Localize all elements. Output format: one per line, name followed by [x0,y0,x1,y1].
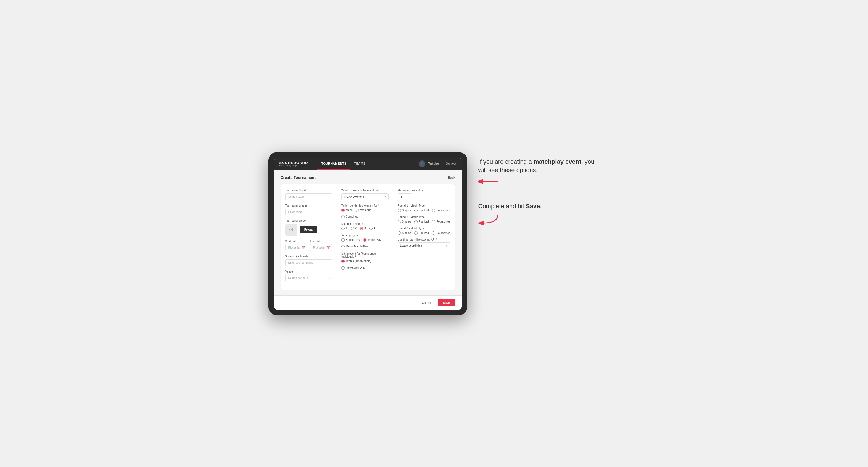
rounds-4-item[interactable]: 4 [369,227,375,230]
gender-mens-radio[interactable] [341,209,345,212]
max-team-size-input[interactable] [398,193,411,200]
scoring-match-item[interactable]: Match Play [363,238,381,242]
sponsor-input[interactable] [285,259,333,266]
division-label: Which division is the event for? [341,189,389,192]
round2-foursomes-item[interactable]: Foursomes [432,220,450,223]
round3-match-type-options: Singles Fourball Foursomes [398,231,451,235]
rounds-group: Number of rounds 1 2 [341,222,389,230]
round1-singles-item[interactable]: Singles [398,209,411,212]
round1-foursomes-item[interactable]: Foursomes [432,209,450,212]
round1-singles-radio[interactable] [398,209,401,212]
round2-fourball-label: Fourball [419,220,429,223]
event-teams-item[interactable]: Teams (+Individuals) [341,259,371,263]
nav-separator: | [442,162,443,165]
tournament-host-label: Tournament Host [285,189,333,192]
event-teams-label: Teams (+Individuals) [346,259,371,262]
scoring-match-radio[interactable] [363,238,367,242]
rounds-4-radio[interactable] [369,227,373,230]
brand-title: SCOREBOARD [279,161,308,165]
nav-tournaments[interactable]: TOURNAMENTS [317,158,350,170]
rounds-2-label: 2 [355,227,357,230]
dates-group: Start date 📅 End date [285,240,333,251]
gender-combined-item[interactable]: Combined [341,215,359,218]
round2-singles-item[interactable]: Singles [398,220,411,223]
round3-singles-item[interactable]: Singles [398,231,411,235]
tournament-logo-label: Tournament logo [285,219,333,222]
rounds-1-radio[interactable] [341,227,345,230]
rounds-3-item[interactable]: 3 [360,227,366,230]
round1-section: Round 1 - Match Type Singles Fourball [398,204,451,212]
tournament-host-input[interactable] [285,193,333,200]
gender-mens-item[interactable]: Mens [341,209,352,212]
rounds-1-item[interactable]: 1 [341,227,347,230]
scoring-medal-item[interactable]: Medal Match Play [341,245,368,248]
gender-womens-item[interactable]: Womens [356,209,371,212]
logo-upload-area: 🖼 Upload [285,224,333,236]
round3-fourball-radio[interactable] [414,231,417,235]
rounds-3-radio[interactable] [360,227,363,230]
save-button[interactable]: Save [438,299,455,306]
cancel-button[interactable]: Cancel [418,299,435,306]
gender-combined-radio[interactable] [341,215,345,218]
form-col-2: Which division is the event for? NCAA Di… [337,185,393,290]
rounds-1-label: 1 [346,227,347,230]
round1-match-type-options: Singles Fourball Foursomes [398,209,451,212]
gender-mens-label: Mens [346,209,352,212]
round1-fourball-radio[interactable] [414,209,417,212]
round3-foursomes-label: Foursomes [436,231,450,235]
event-individuals-radio[interactable] [341,266,345,270]
round1-fourball-item[interactable]: Fourball [414,209,429,212]
event-individuals-label: Individuals Only [346,266,365,269]
annotation-bold-1: matchplay event, [533,158,583,165]
round2-fourball-item[interactable]: Fourball [414,220,429,223]
back-link[interactable]: ‹ Back [446,176,455,179]
venue-input[interactable] [285,275,333,281]
annotation-block-2: Complete and hit Save. [478,202,600,226]
round3-singles-label: Singles [402,231,411,235]
event-teams-radio[interactable] [341,259,345,263]
red-arrow-1 [478,177,500,186]
end-date-group: End date 📅 [310,240,332,251]
api-tag-input[interactable]: Leaderboard King × [398,243,451,249]
round1-foursomes-radio[interactable] [432,209,435,212]
upload-button[interactable]: Upload [300,226,317,233]
round3-foursomes-item[interactable]: Foursomes [432,231,450,235]
end-date-label: End date [310,240,332,243]
round2-match-type-options: Singles Fourball Foursomes [398,220,451,223]
round2-foursomes-radio[interactable] [432,220,435,223]
round3-fourball-item[interactable]: Fourball [414,231,429,235]
venue-select-wrapper [285,275,333,281]
round3-fourball-label: Fourball [419,231,429,235]
api-tag-remove[interactable]: × [446,244,448,247]
gender-radio-group: Mens Womens Combined [341,209,389,218]
rounds-4-label: 4 [374,227,375,230]
round3-singles-radio[interactable] [398,231,401,235]
round3-foursomes-radio[interactable] [432,231,435,235]
division-group: Which division is the event for? NCAA Di… [341,189,389,200]
nav-signout[interactable]: Sign out [446,162,456,165]
page-title: Create Tournament [281,175,316,180]
scoring-medal-radio[interactable] [341,245,345,248]
division-select[interactable]: NCAA Division I NCAA Division II NAIA [341,193,389,200]
rounds-2-radio[interactable] [351,227,354,230]
gender-womens-radio[interactable] [356,209,359,212]
nav-teams[interactable]: TEAMS [350,158,369,170]
form-col-3: Maximum Team Size Round 1 - Match Type S… [393,185,455,290]
round2-singles-radio[interactable] [398,220,401,223]
round2-fourball-radio[interactable] [414,220,417,223]
scoring-label: Scoring system [341,234,389,237]
scoring-stroke-radio[interactable] [341,238,345,242]
end-date-input[interactable] [310,244,332,251]
brand-subtitle: Powered by clippit [279,165,308,166]
brand-logo: SCOREBOARD Powered by clippit [279,161,308,166]
scoring-stroke-item[interactable]: Stroke Play [341,238,360,242]
start-date-input[interactable] [285,244,307,251]
event-individuals-item[interactable]: Individuals Only [341,266,365,270]
gender-group: Which gender is the event for? Mens Wome… [341,204,389,218]
round2-singles-label: Singles [402,220,411,223]
start-date-label: Start date [285,240,307,243]
gender-label: Which gender is the event for? [341,204,389,207]
max-team-size-group: Maximum Team Size [398,189,451,200]
rounds-2-item[interactable]: 2 [351,227,357,230]
tournament-name-input[interactable] [285,209,333,215]
